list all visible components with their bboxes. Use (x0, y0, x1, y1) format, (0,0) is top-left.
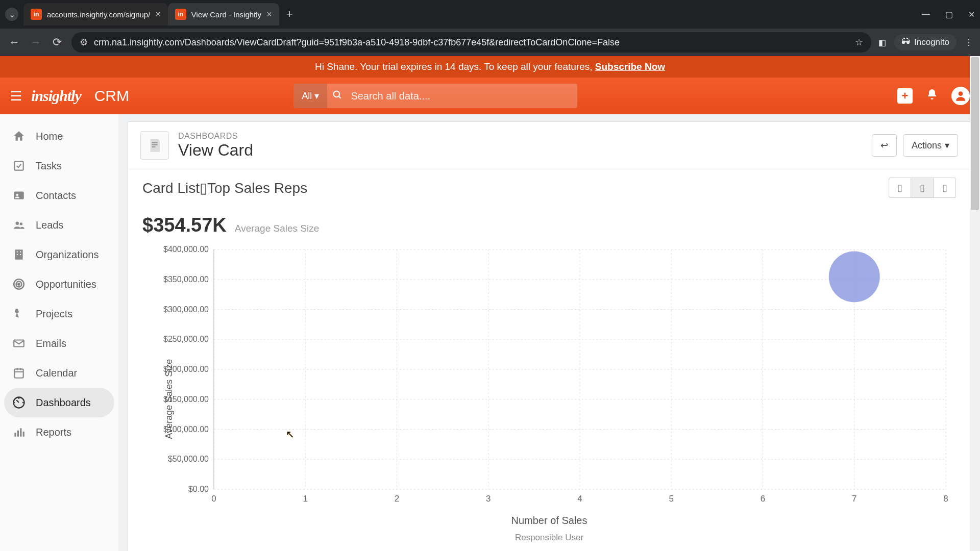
chart-legend: Responsible User (142, 533, 956, 543)
address-bar[interactable]: ⚙ crm.na1.insightly.com/Dashboards/ViewC… (71, 32, 871, 53)
svg-rect-3 (14, 161, 23, 170)
sidebar-item-label: Opportunities (36, 279, 96, 290)
search-icon (332, 90, 342, 102)
sidebar-item-organizations[interactable]: Organizations (0, 240, 118, 269)
calendar-icon (11, 365, 27, 381)
actions-dropdown[interactable]: Actions▾ (903, 134, 958, 157)
browser-tab-1[interactable]: in accounts.insightly.com/signup/ × (23, 3, 168, 26)
search-input[interactable] (342, 90, 577, 102)
svg-rect-17 (14, 369, 23, 378)
vertical-scrollbar[interactable] (970, 56, 980, 551)
metric-value: $354.57K (142, 214, 227, 236)
breadcrumb[interactable]: DASHBOARDS (178, 132, 863, 141)
sidebar-item-label: Tasks (36, 160, 62, 172)
svg-point-15 (18, 283, 19, 285)
page-title: View Card (178, 141, 863, 160)
notifications-icon[interactable] (926, 88, 938, 104)
sidebar-item-emails[interactable]: Emails (0, 329, 118, 358)
svg-text:$350,000.00: $350,000.00 (163, 275, 209, 284)
organizations-icon (11, 247, 27, 262)
browser-menu-icon[interactable]: ⋮ (965, 38, 973, 47)
svg-text:3: 3 (486, 494, 491, 504)
svg-text:$400,000.00: $400,000.00 (163, 245, 209, 254)
svg-text:$300,000.00: $300,000.00 (163, 305, 209, 314)
bookmark-star-icon[interactable]: ☆ (855, 37, 863, 48)
subscribe-link[interactable]: Subscribe Now (595, 61, 665, 72)
svg-text:$0.00: $0.00 (188, 485, 209, 493)
sidebar-item-label: Emails (36, 338, 66, 349)
emails-icon (11, 336, 27, 351)
sidebar-item-opportunities[interactable]: Opportunities (0, 269, 118, 299)
svg-point-63 (829, 251, 880, 302)
sidebar-item-contacts[interactable]: Contacts (0, 181, 118, 210)
sidebar-item-projects[interactable]: Projects (0, 299, 118, 329)
view-toggle-1[interactable]: ▯ (889, 178, 911, 198)
sidebar-item-calendar[interactable]: Calendar (0, 358, 118, 388)
view-toggle-group: ▯ ▯ ▯ (889, 178, 956, 198)
svg-text:7: 7 (852, 494, 856, 504)
reload-button[interactable]: ⟳ (50, 36, 64, 49)
side-panel-icon[interactable]: ◧ (878, 38, 886, 47)
actions-label: Actions (912, 140, 942, 151)
sidebar-item-label: Calendar (36, 367, 77, 379)
menu-toggle-icon[interactable]: ☰ (10, 88, 22, 104)
back-to-list-button[interactable]: ↩ (872, 134, 897, 157)
svg-point-2 (959, 91, 963, 96)
maximize-icon[interactable]: ▢ (945, 10, 953, 19)
search-scope-dropdown[interactable]: All ▾ (293, 84, 327, 108)
incognito-icon: 🕶 (901, 37, 910, 47)
user-avatar[interactable] (951, 87, 970, 105)
window-controls: — ▢ ✕ (922, 10, 975, 19)
metric-label: Average Sales Size (235, 223, 319, 234)
insightly-favicon: in (31, 9, 42, 20)
site-settings-icon[interactable]: ⚙ (80, 37, 88, 48)
card-header: DASHBOARDS View Card ↩ Actions▾ (128, 122, 970, 169)
tab-search-dropdown[interactable]: ⌄ (5, 8, 18, 21)
opportunities-icon (11, 277, 27, 292)
browser-tab-strip: ⌄ in accounts.insightly.com/signup/ × in… (0, 0, 980, 29)
quick-add-button[interactable]: + (897, 88, 913, 104)
sidebar-item-home[interactable]: Home (0, 121, 118, 151)
svg-point-5 (16, 194, 18, 196)
svg-rect-12 (20, 254, 21, 255)
projects-icon (11, 306, 27, 321)
metric-summary: $354.57K Average Sales Size (128, 206, 970, 244)
x-axis-label: Number of Sales (142, 515, 956, 527)
card-sheet: DASHBOARDS View Card ↩ Actions▾ Card Lis… (128, 121, 971, 551)
svg-rect-24 (20, 428, 21, 436)
new-tab-button[interactable]: + (286, 8, 293, 21)
product-label: CRM (94, 87, 129, 105)
main-content: DASHBOARDS View Card ↩ Actions▾ Card Lis… (118, 114, 980, 551)
app-header: ☰ insightly CRM All ▾ + (0, 78, 980, 114)
sidebar-item-reports[interactable]: Reports (0, 417, 118, 447)
svg-line-1 (339, 96, 341, 98)
contacts-icon (11, 188, 27, 203)
trial-text: Hi Shane. Your trial expires in 14 days.… (315, 61, 595, 72)
insightly-logo[interactable]: insightly (31, 87, 81, 105)
svg-rect-9 (17, 252, 18, 253)
forward-button[interactable]: → (29, 36, 43, 49)
bubble-chart[interactable]: $0.00$50,000.00$100,000.00$150,000.00$20… (142, 244, 956, 510)
back-button[interactable]: ← (7, 36, 21, 49)
sidebar-item-label: Leads (36, 219, 64, 231)
view-toggle-3[interactable]: ▯ (934, 178, 956, 198)
incognito-badge[interactable]: 🕶 Incognito (894, 34, 957, 51)
view-toggle-2[interactable]: ▯ (911, 178, 934, 198)
browser-tab-2[interactable]: in View Card - Insightly × (168, 3, 279, 26)
svg-text:6: 6 (761, 494, 765, 504)
minimize-icon[interactable]: — (922, 10, 930, 19)
scrollbar-thumb[interactable] (971, 57, 979, 210)
card-toolbar: Card List▯Top Sales Reps ▯ ▯ ▯ (128, 169, 970, 206)
leads-icon (11, 217, 27, 233)
tab-title: View Card - Insightly (191, 10, 261, 19)
sidebar-item-leads[interactable]: Leads (0, 210, 118, 240)
sidebar-item-tasks[interactable]: Tasks (0, 151, 118, 181)
tasks-icon (11, 158, 27, 173)
svg-text:$50,000.00: $50,000.00 (168, 455, 209, 463)
svg-point-0 (334, 91, 340, 97)
sidebar-item-dashboards[interactable]: Dashboards (4, 388, 114, 417)
y-axis-label: Average Sales Size (164, 359, 175, 439)
close-tab-icon[interactable]: × (155, 9, 161, 20)
close-window-icon[interactable]: ✕ (968, 10, 975, 19)
close-tab-icon[interactable]: × (266, 9, 272, 20)
